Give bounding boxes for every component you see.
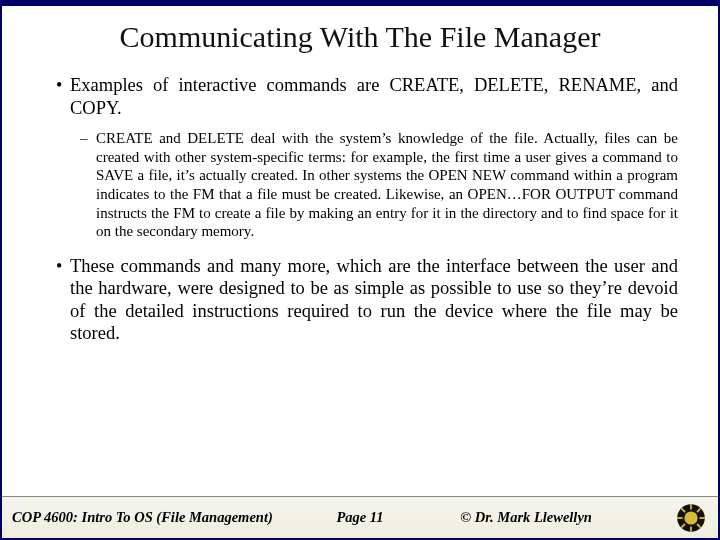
bullet-marker: •	[56, 74, 70, 119]
bullet-marker: •	[56, 255, 70, 345]
ucf-logo-icon	[676, 503, 706, 533]
footer-course: COP 4600: Intro To OS (File Management)	[12, 509, 273, 526]
bullet-1: • Examples of interactive commands are C…	[56, 74, 678, 119]
footer-page: Page 11	[336, 509, 383, 526]
bullet-2-text: These commands and many more, which are …	[70, 255, 678, 345]
subbullet-1-text: CREATE and DELETE deal with the system’s…	[96, 129, 678, 241]
slide-title: Communicating With The File Manager	[2, 6, 718, 60]
slide: Communicating With The File Manager • Ex…	[0, 0, 720, 540]
bullet-2: • These commands and many more, which ar…	[56, 255, 678, 345]
footer: COP 4600: Intro To OS (File Management) …	[2, 496, 718, 538]
footer-copyright: © Dr. Mark Llewellyn	[460, 509, 592, 526]
bullet-1-text: Examples of interactive commands are CRE…	[70, 74, 678, 119]
svg-point-1	[684, 511, 697, 524]
subbullet-1: – CREATE and DELETE deal with the system…	[80, 129, 678, 241]
slide-body: • Examples of interactive commands are C…	[2, 60, 718, 496]
subbullet-marker: –	[80, 129, 96, 241]
